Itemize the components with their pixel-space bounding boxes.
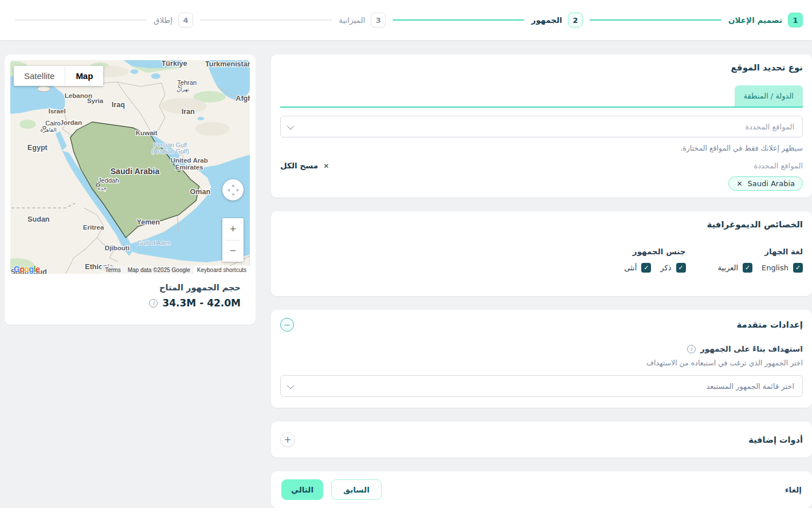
step-label-budget: الميزانية (339, 15, 365, 25)
audience-size-value: 34.3M - 42.0M (162, 297, 241, 309)
device-language-label: لغة الجهاز (718, 247, 803, 256)
audience-size-info-icon[interactable] (149, 299, 158, 308)
checkbox-female-label: أنثى (624, 263, 637, 272)
step-audience[interactable]: 2 الجمهور (531, 13, 583, 27)
map-label: United Arab (171, 157, 208, 164)
chevron-down-icon (287, 122, 295, 129)
step-number-4: 4 (178, 13, 193, 27)
map-data-copyright: Map data ©2025 Google (124, 266, 194, 274)
map-label: Yemen (136, 218, 160, 226)
map-label: Djibouti (105, 245, 130, 251)
map-label: Israel (48, 108, 65, 115)
cancel-button[interactable]: إلغاء (785, 485, 802, 494)
previous-button[interactable]: السابق (331, 479, 382, 500)
checkbox-checked-icon (641, 263, 651, 273)
checkbox-arabic-label: العربية (718, 263, 739, 272)
location-type-card: نوع تحديد الموقع الدولة / المنطقة المواق… (271, 54, 812, 198)
targeting-info-icon[interactable] (687, 345, 696, 353)
map-label: Emirates (175, 164, 203, 171)
zoom-out-button[interactable]: − (222, 241, 244, 262)
map-label: Cairo (45, 120, 60, 127)
map-button[interactable]: Map (65, 66, 103, 86)
step-number-2: 2 (568, 13, 583, 27)
zoom-control: + − (222, 218, 244, 262)
map-label: Jordan (60, 119, 82, 126)
checkbox-female[interactable]: أنثى (624, 263, 651, 273)
locations-select-placeholder: المواقع المحددة (745, 123, 794, 131)
location-chip-saudi-arabia: Saudi Arabia (728, 176, 803, 191)
expand-section-button[interactable] (280, 432, 295, 447)
map-label: تهران (176, 86, 189, 92)
location-tabs: الدولة / المنطقة (280, 85, 803, 108)
map-label: Tehran (177, 79, 197, 86)
step-label-launch: إطلاق (154, 15, 172, 25)
google-map[interactable]: TürkiyeTurkmenistanSyriaLebanonIsraelIra… (10, 60, 250, 274)
advanced-settings-card: إعدادات متقدمة استهداف بناءً على الجمهور… (271, 310, 812, 408)
excluded-audience-placeholder: اختر قائمة الجمهور المستبعد (706, 382, 794, 391)
map-label: Kuwait (136, 129, 158, 136)
map-label: Afghan (236, 94, 250, 103)
audience-size-label: حجم الجمهور المتاح (19, 283, 241, 292)
audience-targeting-label: استهداف بناءً على الجمهور (700, 344, 803, 353)
clear-all-button[interactable]: مسح الكل (280, 161, 329, 170)
excluded-audience-select[interactable]: اختر قائمة الجمهور المستبعد (280, 375, 803, 397)
step-number-3: 3 (371, 13, 386, 27)
checkbox-male-label: ذكر (660, 263, 671, 272)
step-label-ad-design: تصميم الإعلان (728, 15, 782, 25)
map-label: Eritrea (83, 224, 104, 231)
next-button[interactable]: التالي (281, 479, 323, 500)
google-logo: Google (14, 265, 40, 274)
wizard-stepper: 1 تصميم الإعلان 2 الجمهور 3 الميزانية 4 … (0, 0, 812, 40)
checkbox-checked-icon (743, 263, 752, 273)
exclude-audience-hint: اختر الجمهور الذي ترغب في استبعاده من ال… (280, 359, 803, 367)
locations-select[interactable]: المواقع المحددة (280, 116, 803, 137)
map-label: Iraq (112, 101, 125, 109)
map-terms-link[interactable]: Terms (101, 266, 124, 274)
locations-helper-text: سيظهر إعلانك فقط في المواقع المختارة. (280, 144, 803, 152)
map-label: القاهرة (40, 127, 57, 133)
map-label: Gulf of Aden (138, 239, 171, 246)
checkbox-arabic[interactable]: العربية (718, 263, 753, 273)
tab-country-region[interactable]: الدولة / المنطقة (735, 85, 803, 107)
chevron-down-icon (287, 381, 295, 389)
footer-actions-card: إلغاء السابق التالي (271, 471, 812, 508)
audience-size-panel: حجم الجمهور المتاح 34.3M - 42.0M (10, 274, 250, 309)
map-label: Egypt (28, 144, 48, 152)
satellite-button[interactable]: Satellite (14, 66, 65, 86)
step-connector (590, 19, 721, 21)
step-budget[interactable]: 3 الميزانية (339, 13, 386, 27)
clear-all-label: مسح الكل (280, 161, 318, 170)
checkbox-checked-icon (793, 263, 803, 273)
demographics-card: الخصائص الديموغرافية لغة الجهاز English … (271, 211, 812, 296)
map-label: Oman (190, 188, 211, 196)
checkbox-english-label: English (762, 263, 789, 272)
map-label: (Arabian Gulf) (151, 148, 189, 155)
checkbox-checked-icon (676, 263, 686, 273)
pan-arrows-icon (227, 184, 240, 196)
map-label: Saudi Arabia (111, 167, 160, 176)
advanced-settings-title: إعدادات متقدمة (736, 320, 803, 330)
collapse-section-button[interactable] (280, 318, 294, 332)
map-label: Jeddah (98, 177, 119, 184)
zoom-in-button[interactable]: + (222, 218, 244, 240)
location-chip-label: Saudi Arabia (748, 179, 795, 188)
map-attribution: Google Terms Map data ©2025 Google Keybo… (10, 266, 250, 274)
map-label: جدة (97, 185, 107, 191)
location-type-title: نوع تحديد الموقع (280, 62, 803, 73)
additional-tools-title: أدوات إضافية (748, 435, 803, 444)
device-language-group: لغة الجهاز English العربية (718, 247, 803, 273)
audience-gender-label: جنس الجمهور (624, 247, 685, 256)
step-connector (393, 19, 524, 21)
selected-locations-label: المواقع المحددة (754, 162, 803, 170)
step-ad-design[interactable]: 1 تصميم الإعلان (728, 13, 803, 27)
checkbox-english[interactable]: English (762, 263, 803, 273)
keyboard-shortcuts-link[interactable]: Keyboard shortcuts (194, 266, 250, 274)
step-launch[interactable]: 4 إطلاق (154, 13, 193, 27)
pan-control[interactable] (222, 179, 244, 200)
checkbox-male[interactable]: ذكر (660, 263, 685, 273)
map-card: TürkiyeTurkmenistanSyriaLebanonIsraelIra… (5, 54, 256, 325)
remove-location-icon[interactable] (736, 179, 742, 188)
step-label-audience: الجمهور (531, 15, 562, 25)
map-type-toggle: Satellite Map (14, 66, 103, 86)
campaign-audience-page: { "header": { "steps": [ { "number": "1"… (0, 0, 812, 508)
